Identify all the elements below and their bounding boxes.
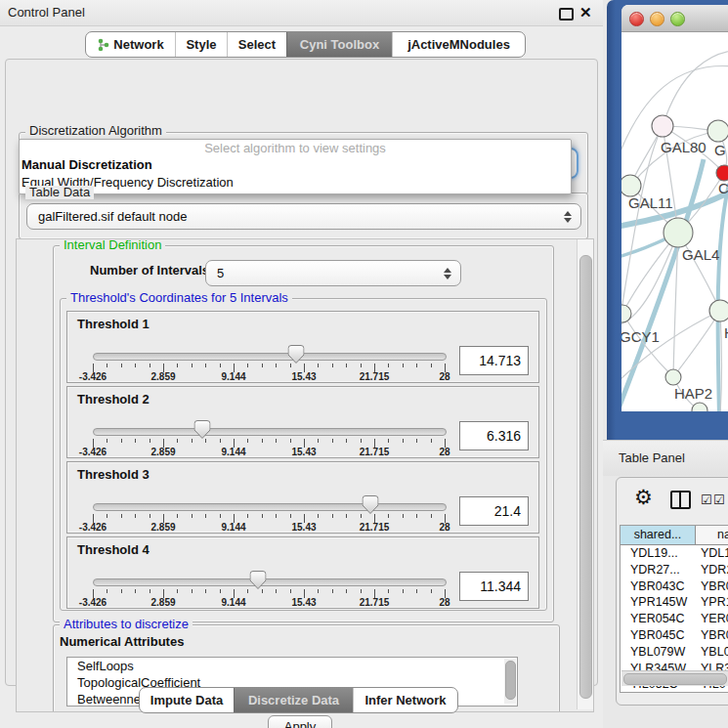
threshold-value-field[interactable] — [459, 572, 529, 601]
checkbox-icon[interactable]: ☑ — [701, 492, 712, 507]
network-nodes[interactable] — [621, 115, 728, 411]
node-attribute-table: shared... na YDL19...YDL1YDR27...YDR2YBR… — [620, 525, 728, 693]
axis-tick-labels: -3.4262.8599.14415.4321.71528 — [93, 597, 445, 608]
float-window-icon[interactable] — [559, 8, 574, 21]
scrollbar-thumb[interactable] — [505, 661, 516, 700]
apply-button[interactable]: Apply — [268, 715, 332, 728]
threshold-value-field[interactable] — [459, 496, 529, 526]
scrollbar-thumb[interactable] — [623, 673, 727, 685]
threshold-slider[interactable]: -3.4262.8599.14415.4321.71528 — [93, 462, 445, 533]
table-row[interactable]: YDL19...YDL1 — [621, 545, 728, 562]
attribute-list-item[interactable]: SelfLoops — [67, 658, 517, 674]
dropdown-option-equal-width-frequency[interactable]: Equal Width/Frequency Discretization — [20, 174, 571, 192]
table-panel-titlebar: Table Panel — [603, 440, 728, 476]
tab-infer-network[interactable]: Infer Network — [353, 688, 457, 712]
tab-cyni-toolbox[interactable]: Cyni Toolbox — [286, 32, 392, 57]
combo-arrows-icon — [444, 267, 451, 280]
close-icon[interactable]: ✕ — [579, 0, 592, 25]
zoom-traffic-light-icon[interactable] — [670, 12, 685, 26]
dropdown-option-manual-discretization[interactable]: Manual Discretization — [20, 156, 571, 174]
close-traffic-light-icon[interactable] — [629, 12, 644, 26]
threshold-slider[interactable]: -3.4262.8599.14415.4321.71528 — [93, 312, 445, 382]
network-node[interactable] — [692, 403, 707, 411]
slider-track[interactable] — [93, 503, 447, 511]
cyni-toolbox-panel: Discretization Algorithm Table Data galF… — [5, 59, 598, 686]
split-view-icon[interactable] — [670, 491, 691, 509]
settings-scrollbar[interactable] — [577, 239, 593, 709]
bottom-tab-bar: Impute Data Discretize Data Infer Networ… — [139, 687, 458, 713]
table-row[interactable]: YBR043CYBR0 — [621, 578, 728, 595]
cell-name: YER0 — [701, 611, 728, 627]
threshold-slider[interactable]: -3.4262.8599.14415.4321.71528 — [93, 387, 445, 457]
right-region: GAL80GCGAL11GAL4GCY1HHAP2 Table Panel ⚙ … — [603, 0, 728, 728]
network-view-frame: GAL80GCGAL11GAL4GCY1HHAP2 — [607, 0, 728, 440]
tab-style[interactable]: Style — [175, 32, 227, 57]
tab-label: Discretize Data — [248, 693, 339, 707]
table-row[interactable]: YBR045CYBR0 — [621, 627, 728, 644]
slider-thumb-icon[interactable] — [250, 571, 267, 589]
node-label: HAP2 — [674, 385, 712, 402]
number-of-intervals-value: 5 — [217, 261, 435, 285]
network-canvas[interactable]: GAL80GCGAL11GAL4GCY1HHAP2 — [621, 32, 728, 411]
tab-jactivemnodules[interactable]: jActiveMNodules — [392, 32, 525, 57]
table-row[interactable]: YER054CYER0 — [621, 611, 728, 627]
node-label: C — [718, 180, 728, 196]
column-header-shared-name[interactable]: shared... — [621, 526, 696, 545]
network-window-titlebar[interactable] — [621, 5, 728, 32]
minimize-traffic-light-icon[interactable] — [650, 12, 664, 26]
table-row[interactable]: YPR145WYPR1 — [621, 594, 728, 611]
number-of-intervals-combobox[interactable]: 5 — [205, 260, 461, 286]
settings-scroll-area: Interval Definition Number of Intervals … — [16, 238, 594, 712]
column-header-name[interactable]: na — [696, 526, 728, 545]
combo-arrows-icon — [564, 210, 572, 224]
network-node[interactable] — [709, 300, 728, 321]
slider-thumb-icon[interactable] — [193, 420, 210, 439]
cell-shared-name: YER054C — [630, 611, 693, 627]
number-of-intervals-label: Number of Intervals — [90, 263, 209, 278]
network-node[interactable] — [652, 115, 673, 137]
network-icon — [97, 38, 109, 52]
tab-select[interactable]: Select — [227, 32, 286, 57]
node-label: GAL4 — [682, 246, 719, 263]
tab-label: Infer Network — [364, 693, 446, 707]
cell-name: YPR1 — [701, 594, 728, 611]
tab-impute-data[interactable]: Impute Data — [140, 688, 234, 712]
network-node[interactable] — [621, 175, 641, 196]
slider-thumb-icon[interactable] — [287, 345, 304, 364]
slider-track[interactable] — [93, 353, 447, 361]
threshold-value-field[interactable] — [459, 421, 529, 450]
network-node[interactable] — [664, 218, 693, 247]
slider-thumb-icon[interactable] — [363, 495, 379, 514]
threshold-slider[interactable]: -3.4262.8599.14415.4321.71528 — [93, 537, 445, 608]
checkbox-icon[interactable]: ☑ — [713, 492, 725, 507]
slider-track[interactable] — [93, 578, 447, 586]
cell-name: YBR0 — [701, 578, 728, 595]
table-horizontal-scrollbar[interactable] — [621, 670, 728, 686]
scrollbar-thumb[interactable] — [579, 255, 592, 699]
tab-discretize-data[interactable]: Discretize Data — [234, 688, 353, 712]
gear-icon[interactable]: ⚙ — [634, 486, 653, 509]
table-panel-box: ⚙ ☑ ☑ shared... na YDL19...YDL1YDR27...Y… — [616, 477, 728, 706]
table-data-title: Table Data — [25, 186, 94, 199]
table-toolbar: ⚙ ☑ ☑ — [617, 478, 728, 523]
dropdown-placeholder: Select algorithm to view settings — [20, 140, 571, 156]
network-node[interactable] — [665, 369, 681, 385]
table-row[interactable]: YDR27...YDR2 — [621, 562, 728, 578]
network-node[interactable] — [716, 165, 728, 181]
network-node[interactable] — [621, 305, 631, 322]
control-panel-titlebar: Control Panel ✕ — [0, 0, 603, 26]
table-data-combobox[interactable]: galFiltered.sif default node — [26, 203, 581, 230]
cell-shared-name: YPR145W — [630, 594, 693, 611]
tab-network[interactable]: Network — [86, 32, 175, 57]
table-row[interactable]: YBL079WYBL0 — [621, 644, 728, 661]
list-scrollbar[interactable] — [504, 659, 516, 704]
network-node[interactable] — [707, 120, 728, 142]
cell-shared-name: YBR045C — [630, 627, 693, 644]
threshold-value-field[interactable] — [459, 346, 529, 375]
node-label: GAL80 — [661, 139, 707, 155]
cell-shared-name: YDR27... — [630, 562, 693, 578]
slider-track[interactable] — [93, 428, 447, 436]
tab-label: Cyni Toolbox — [300, 37, 379, 52]
thresholds-group-title: Threshold's Coordinates for 5 Intervals — [66, 291, 292, 305]
algorithm-dropdown-popup: Select algorithm to view settings Manual… — [19, 139, 572, 194]
